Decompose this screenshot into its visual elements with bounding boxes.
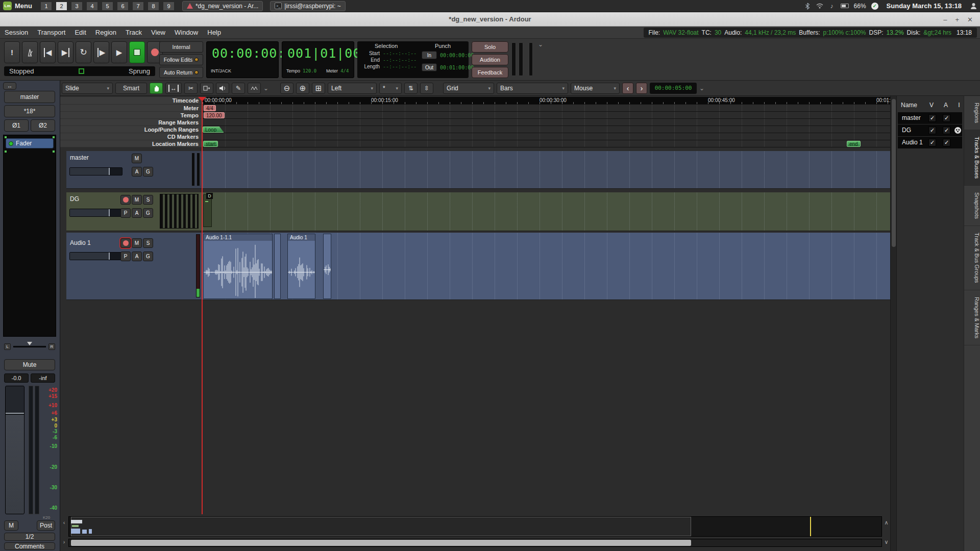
- track-body-audio1[interactable]: Audio 1-1.1 Audio 1: [203, 233, 890, 300]
- loop-button[interactable]: ↻: [76, 41, 91, 63]
- overview-view-rectangle[interactable]: [71, 517, 691, 536]
- start-marker[interactable]: start: [203, 141, 218, 147]
- selection-end-value[interactable]: --:--:--:--: [383, 57, 416, 63]
- tempo-ruler[interactable]: Tempo 120.00: [60, 112, 890, 119]
- track-gain-fader[interactable]: [69, 252, 122, 260]
- nudge-back-button[interactable]: ‹: [622, 83, 633, 94]
- cd-markers-ruler[interactable]: CD Markers: [60, 133, 890, 140]
- gain-fader-handle[interactable]: [6, 386, 24, 414]
- play-range-button[interactable]: ▶: [93, 41, 109, 63]
- workspace-6[interactable]: 6: [117, 2, 129, 11]
- playhead-head[interactable]: [198, 97, 206, 102]
- midi-scroomer[interactable]: [160, 194, 199, 229]
- bluetooth-icon[interactable]: [804, 3, 811, 10]
- audition-button[interactable]: Audition: [472, 54, 508, 65]
- workspace-8[interactable]: 8: [148, 2, 159, 11]
- track-name[interactable]: DG: [70, 195, 79, 203]
- midi-region-name[interactable]: D: [206, 193, 213, 199]
- menu-edit[interactable]: Edit: [70, 27, 90, 38]
- scroll-left-button[interactable]: ‹: [61, 518, 67, 527]
- playhead[interactable]: [202, 97, 203, 514]
- tempo-marker[interactable]: 120.00: [204, 112, 225, 118]
- nudge-chevron[interactable]: ⌄: [699, 85, 704, 92]
- track-header-dg[interactable]: DG M S P A G: [66, 192, 203, 231]
- sync-source-button[interactable]: Internal: [159, 41, 203, 53]
- strip-name-button[interactable]: master: [4, 91, 55, 103]
- track-header-master[interactable]: master M A G: [66, 151, 203, 189]
- goto-end-button[interactable]: ▶: [58, 41, 74, 63]
- pan-control[interactable]: L R: [4, 341, 55, 353]
- audio1-mute-button[interactable]: M: [132, 238, 142, 248]
- active-checkbox[interactable]: ✓: [943, 127, 950, 134]
- tempo-value[interactable]: 120.0: [303, 68, 316, 73]
- phase-invert-2-button[interactable]: Ø2: [31, 119, 55, 132]
- workspace-3[interactable]: 3: [71, 2, 83, 11]
- track-gain-fader[interactable]: [69, 167, 122, 176]
- toolbar-expand-chevron[interactable]: ⌄: [538, 41, 543, 48]
- solo-button[interactable]: Solo: [472, 41, 508, 53]
- primary-clock[interactable]: 00:00:00:00 INT/JACK: [206, 41, 279, 78]
- active-checkbox[interactable]: ✓: [943, 139, 950, 146]
- tab-snapshots[interactable]: Snapshots: [964, 186, 980, 226]
- track-body-master[interactable]: [203, 151, 890, 189]
- selection-start-value[interactable]: --:--:--:--: [383, 51, 416, 56]
- zoom-out-button[interactable]: ⊖: [280, 83, 293, 94]
- track-body-dg[interactable]: D: [203, 192, 890, 231]
- workspace-4[interactable]: 4: [86, 2, 98, 11]
- pan-track[interactable]: [13, 346, 46, 347]
- horizontal-scrollbar-thumb[interactable]: [71, 540, 691, 546]
- midi-region[interactable]: [203, 194, 212, 227]
- list-row-master[interactable]: master ✓ ✓: [898, 112, 962, 124]
- secondary-clock[interactable]: 001|01|0000 Tempo 120.0 Meter 4/4: [282, 41, 354, 78]
- follow-edits-button[interactable]: Follow Edits: [159, 54, 203, 65]
- visible-checkbox[interactable]: ✓: [928, 139, 936, 146]
- comments-button[interactable]: Comments: [4, 542, 55, 550]
- audio1-automation-button[interactable]: A: [132, 252, 142, 261]
- dg-solo-button[interactable]: S: [143, 195, 153, 205]
- zoom-fit-button[interactable]: ⊞: [312, 83, 325, 94]
- tab-regions[interactable]: Regions: [964, 96, 980, 130]
- maximize-button[interactable]: +: [955, 16, 960, 23]
- loop-punch-ruler[interactable]: Loop/Punch Ranges Loop: [60, 126, 890, 133]
- meter-type-label[interactable]: K20: [43, 515, 50, 520]
- punch-out-value[interactable]: 00:01:00:00: [440, 65, 474, 70]
- phase-invert-1-button[interactable]: Ø1: [4, 119, 29, 132]
- grab-tool-button[interactable]: [150, 83, 163, 94]
- master-automation-button[interactable]: A: [132, 167, 142, 177]
- tab-ranges-marks[interactable]: Ranges & Marks: [964, 290, 980, 345]
- minimize-button[interactable]: –: [943, 16, 947, 23]
- menu-help[interactable]: Help: [203, 27, 226, 38]
- audition-tool-button[interactable]: [216, 83, 229, 94]
- nudge-clock[interactable]: 00:00:05:00: [650, 83, 697, 94]
- mono-button[interactable]: M: [4, 520, 18, 531]
- strip-io-button[interactable]: ↔: [3, 82, 16, 90]
- session-overview[interactable]: [68, 516, 882, 537]
- workspace-9[interactable]: 9: [163, 2, 175, 11]
- track-header-audio1[interactable]: Audio 1 M S P A G: [66, 233, 203, 300]
- zoom-in-button[interactable]: ⊕: [296, 83, 309, 94]
- meter-point-button[interactable]: Post: [37, 520, 55, 531]
- meter-marker[interactable]: 4/4: [204, 105, 216, 111]
- column-input[interactable]: I: [954, 102, 964, 109]
- range-tool-button[interactable]: ↔: [165, 83, 182, 94]
- horizontal-scrollbar[interactable]: [68, 539, 882, 547]
- output-button[interactable]: 1/2: [4, 533, 55, 541]
- master-group-button[interactable]: G: [143, 167, 153, 177]
- dg-group-button[interactable]: G: [143, 208, 153, 218]
- punch-in-button[interactable]: In: [422, 51, 437, 59]
- auto-return-button[interactable]: Auto Return: [159, 67, 203, 78]
- tab-tracks-busses[interactable]: Tracks & Busses: [964, 130, 980, 186]
- end-marker[interactable]: end: [847, 141, 861, 147]
- dg-automation-button[interactable]: A: [132, 208, 142, 218]
- scroll-down-button[interactable]: ∨: [883, 538, 890, 546]
- grid-unit-dropdown[interactable]: Bars▾: [497, 83, 568, 94]
- shrink-tracks-button[interactable]: ⇅: [404, 83, 418, 94]
- audio1-group-button[interactable]: G: [143, 252, 153, 261]
- user-icon[interactable]: [970, 3, 977, 10]
- gain-fader[interactable]: [5, 386, 24, 514]
- list-row-audio1[interactable]: Audio 1 ✓ ✓: [898, 137, 962, 148]
- processor-box[interactable]: Fader: [3, 135, 56, 337]
- column-name[interactable]: Name: [901, 102, 917, 109]
- menu-track[interactable]: Track: [121, 27, 146, 38]
- menu-region[interactable]: Region: [91, 27, 121, 38]
